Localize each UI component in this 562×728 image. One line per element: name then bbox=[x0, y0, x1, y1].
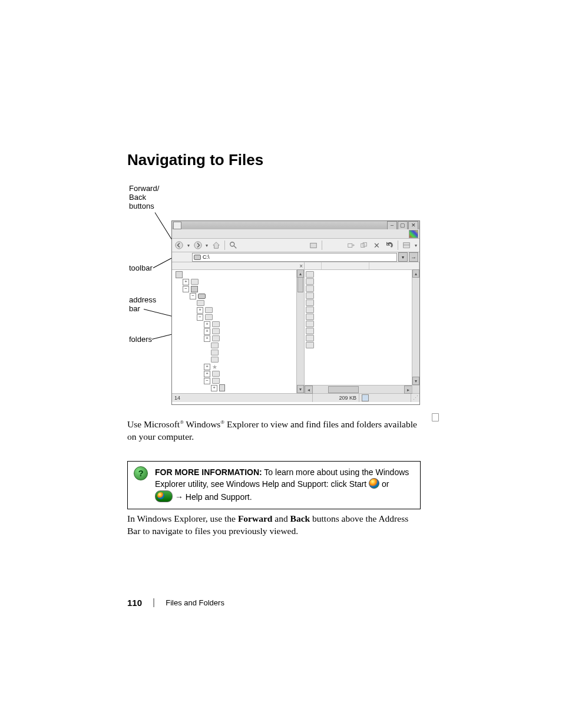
undo-icon[interactable] bbox=[385, 241, 395, 250]
folder-icon bbox=[212, 328, 220, 334]
menubar bbox=[172, 229, 419, 239]
forward-button[interactable] bbox=[193, 241, 203, 250]
svg-point-0 bbox=[176, 242, 183, 249]
label-address-bar: address bar bbox=[129, 295, 156, 313]
scroll-down-icon[interactable]: ▾ bbox=[412, 377, 419, 385]
folder-icon bbox=[212, 321, 220, 327]
list-item[interactable] bbox=[306, 342, 314, 348]
list-item[interactable] bbox=[306, 314, 314, 320]
expand-icon[interactable]: + bbox=[197, 307, 203, 314]
close-button[interactable]: ✕ bbox=[408, 221, 418, 230]
scroll-right-icon[interactable]: ▸ bbox=[404, 386, 412, 394]
recycle-bin-icon bbox=[219, 384, 225, 391]
resize-grip[interactable] bbox=[412, 385, 419, 393]
dropdown-arrow-icon[interactable]: ▾ bbox=[415, 243, 417, 248]
expand-icon[interactable]: + bbox=[204, 335, 210, 342]
maximize-button[interactable]: ▢ bbox=[398, 221, 408, 230]
expand-icon[interactable]: + bbox=[204, 328, 210, 335]
scroll-up-icon[interactable]: ▴ bbox=[412, 269, 419, 278]
list-item[interactable] bbox=[306, 278, 314, 285]
tree-header: × bbox=[172, 262, 304, 270]
close-tree-icon[interactable]: × bbox=[299, 263, 303, 269]
address-path-text: C:\ bbox=[203, 254, 210, 260]
content-hscroll[interactable]: ◂ ▸ bbox=[305, 385, 412, 393]
leader-line bbox=[155, 212, 174, 242]
back-button[interactable] bbox=[174, 241, 184, 250]
list-item[interactable] bbox=[432, 413, 439, 421]
search-icon[interactable] bbox=[229, 241, 238, 250]
move-to-icon[interactable] bbox=[346, 241, 356, 250]
folder-icon bbox=[191, 279, 199, 285]
content-pane: ▴ ▾ ◂ ▸ bbox=[305, 262, 419, 393]
scroll-thumb[interactable] bbox=[328, 386, 359, 393]
page-number: 110 bbox=[127, 598, 142, 608]
folder-icon bbox=[212, 378, 220, 384]
favorites-icon: ★ bbox=[212, 364, 217, 370]
list-item[interactable] bbox=[306, 285, 314, 292]
window-icon bbox=[173, 222, 181, 229]
tree-scrollbar[interactable]: ▴ ▾ bbox=[296, 269, 304, 393]
up-button[interactable] bbox=[211, 241, 221, 250]
expand-icon[interactable]: + bbox=[183, 279, 189, 285]
folder-icon bbox=[211, 342, 219, 348]
expand-icon[interactable]: + bbox=[211, 385, 217, 391]
collapse-icon[interactable]: − bbox=[183, 286, 189, 292]
folder-icon bbox=[212, 335, 220, 341]
separator bbox=[398, 241, 398, 250]
info-callout: ? FOR MORE INFORMATION: To learn more ab… bbox=[127, 461, 421, 509]
copy-to-icon[interactable] bbox=[359, 241, 369, 250]
list-item[interactable] bbox=[306, 292, 314, 299]
separator bbox=[322, 241, 322, 250]
list-item[interactable] bbox=[306, 299, 314, 306]
grip-icon: ⋰ bbox=[411, 395, 419, 401]
delete-icon[interactable]: ✕ bbox=[372, 241, 382, 250]
collapse-icon[interactable]: − bbox=[190, 293, 196, 299]
svg-rect-4 bbox=[310, 243, 317, 248]
svg-point-2 bbox=[230, 242, 234, 246]
folders-button[interactable] bbox=[309, 241, 318, 250]
svg-line-3 bbox=[234, 246, 236, 248]
address-input[interactable]: C:\ bbox=[192, 253, 397, 262]
label-toolbar: toolbar bbox=[129, 263, 153, 272]
views-button[interactable] bbox=[402, 241, 411, 250]
dropdown-arrow-icon[interactable]: ▾ bbox=[206, 243, 208, 248]
minimize-button[interactable]: – bbox=[387, 221, 397, 230]
scroll-up-icon[interactable]: ▴ bbox=[297, 269, 304, 278]
toolbar-row: ▾ ▾ ✕ ▾ bbox=[172, 239, 419, 252]
content-vscroll[interactable]: ▴ ▾ bbox=[412, 269, 419, 385]
start-orb-icon bbox=[369, 478, 379, 489]
label-folders: folders bbox=[129, 335, 152, 344]
scroll-down-icon[interactable]: ▾ bbox=[297, 385, 304, 393]
svg-point-1 bbox=[194, 242, 201, 249]
dropdown-arrow-icon[interactable]: ▾ bbox=[187, 243, 190, 248]
expand-icon[interactable]: + bbox=[204, 371, 210, 377]
column-headers[interactable] bbox=[305, 262, 419, 270]
list-item[interactable] bbox=[306, 271, 314, 278]
list-item[interactable] bbox=[306, 307, 314, 313]
callout-lead: FOR MORE INFORMATION: bbox=[155, 467, 262, 477]
address-dropdown[interactable]: ▾ bbox=[398, 252, 408, 262]
svg-rect-5 bbox=[348, 243, 352, 247]
item-list[interactable] bbox=[305, 270, 419, 350]
callout-or: or bbox=[379, 479, 389, 489]
scroll-thumb[interactable] bbox=[297, 277, 303, 292]
zone-icon bbox=[362, 394, 369, 401]
label-forward-back: Forward/ Back buttons bbox=[129, 184, 159, 210]
address-bar-row: C:\ ▾ → bbox=[172, 252, 419, 262]
folder-tree[interactable]: + − − + − + + + +★ + − + bbox=[172, 270, 304, 393]
expand-icon[interactable]: + bbox=[204, 364, 210, 370]
collapse-icon[interactable]: − bbox=[197, 314, 203, 321]
list-item[interactable] bbox=[306, 335, 314, 341]
body-paragraph: In Windows Explorer, use the Forward and… bbox=[127, 513, 422, 538]
go-button[interactable]: → bbox=[409, 252, 418, 262]
list-item[interactable] bbox=[306, 328, 314, 334]
scroll-left-icon[interactable]: ◂ bbox=[305, 386, 313, 394]
titlebar: – ▢ ✕ bbox=[172, 221, 419, 229]
chapter-title: Files and Folders bbox=[166, 598, 224, 607]
expand-icon[interactable]: + bbox=[204, 321, 210, 328]
list-item[interactable] bbox=[306, 321, 314, 327]
callout-text-2: → Help and Support. bbox=[173, 492, 252, 502]
collapse-icon[interactable]: − bbox=[204, 378, 210, 384]
folder-icon bbox=[211, 350, 219, 355]
folder-icon bbox=[205, 307, 213, 313]
